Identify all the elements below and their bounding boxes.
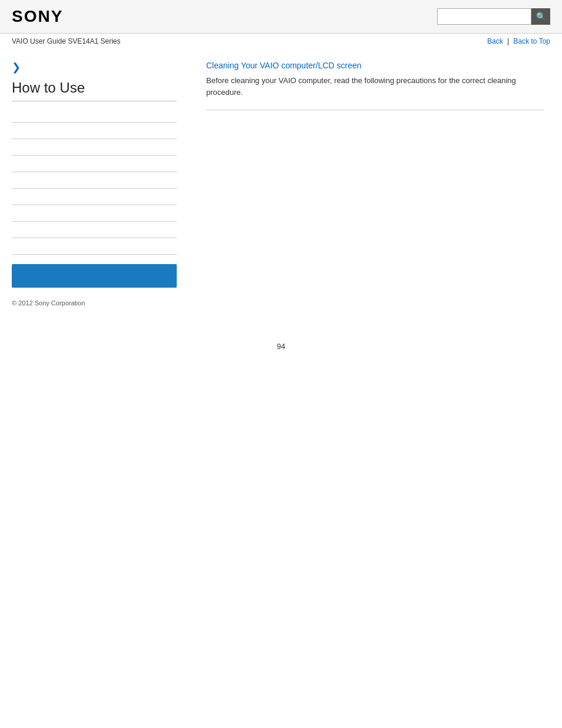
- search-button[interactable]: 🔍: [531, 8, 550, 25]
- search-container: 🔍: [437, 8, 550, 25]
- list-item: [12, 222, 177, 238]
- topic-description: Before cleaning your VAIO computer, read…: [206, 75, 544, 98]
- list-item: [12, 156, 177, 172]
- search-icon: 🔍: [536, 12, 546, 21]
- sidebar-blue-bar: [12, 264, 177, 288]
- list-item: [12, 238, 177, 255]
- separator: |: [507, 37, 511, 45]
- sidebar-nav: [12, 106, 177, 255]
- search-input[interactable]: [437, 8, 531, 25]
- sidebar: ❯ How to Use: [0, 49, 189, 318]
- list-item: [12, 189, 177, 205]
- list-item: [12, 172, 177, 189]
- header: SONY 🔍: [0, 0, 562, 34]
- list-item: [12, 205, 177, 222]
- page-number: 94: [0, 342, 562, 351]
- breadcrumb-bar: VAIO User Guide SVE14A1 Series Back | Ba…: [0, 34, 562, 49]
- list-item: [12, 123, 177, 139]
- sony-logo: SONY: [12, 7, 63, 26]
- list-item: [12, 106, 177, 123]
- back-to-top-label: Back to Top: [514, 37, 550, 45]
- list-item: [12, 139, 177, 156]
- topic-title[interactable]: Cleaning Your VAIO computer/LCD screen: [206, 61, 544, 70]
- guide-title: VAIO User Guide SVE14A1 Series: [12, 37, 121, 45]
- content-topic: Cleaning Your VAIO computer/LCD screen B…: [206, 61, 544, 110]
- copyright: © 2012 Sony Corporation: [12, 299, 177, 307]
- main-content: ❯ How to Use: [0, 49, 562, 318]
- content-area: Cleaning Your VAIO computer/LCD screen B…: [189, 49, 562, 318]
- sidebar-title: How to Use: [12, 80, 177, 101]
- breadcrumb-nav: Back | Back to Top: [487, 37, 550, 45]
- back-to-top-link[interactable]: Back to Top: [514, 37, 550, 45]
- back-link[interactable]: Back: [487, 37, 503, 45]
- chevron-icon: ❯: [12, 61, 177, 74]
